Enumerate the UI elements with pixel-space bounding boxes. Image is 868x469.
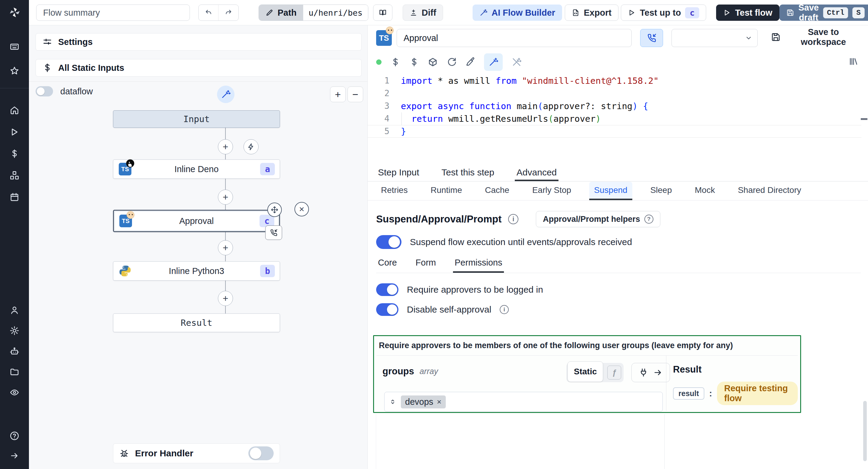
disable-self-approval-toggle[interactable] <box>376 303 398 316</box>
subtab-shared-directory[interactable]: Shared Directory <box>733 182 806 200</box>
test-flow-button[interactable]: Test flow <box>716 4 779 21</box>
docs-book-button[interactable] <box>373 4 393 21</box>
expand-sidebar-icon[interactable] <box>10 451 19 461</box>
error-handler-card[interactable]: Error Handler <box>113 443 280 463</box>
approval-prompt-helpers-button[interactable]: Approval/Prompt helpers ? <box>536 211 660 227</box>
result-value-chip: Require testing flow <box>717 382 798 405</box>
undo-button[interactable] <box>198 5 218 21</box>
insert-step-button[interactable]: + <box>218 240 233 255</box>
step-name-input[interactable] <box>397 29 632 47</box>
tag-select[interactable] <box>672 29 758 47</box>
function-mode-option[interactable]: ƒ <box>607 366 621 379</box>
path-value: u/henri/bes <box>303 5 368 21</box>
help-icon[interactable] <box>10 431 19 441</box>
subtab-sleep[interactable]: Sleep <box>646 182 677 200</box>
subtab-runtime[interactable]: Runtime <box>426 182 467 200</box>
save-icon <box>771 32 781 42</box>
apps-icon[interactable] <box>10 42 19 52</box>
approval-phone-badge-button[interactable] <box>265 225 282 240</box>
suspend-enable-toggle[interactable] <box>376 235 401 249</box>
add-variable-button[interactable] <box>391 57 400 67</box>
variables-icon[interactable] <box>10 149 19 159</box>
plug-icon[interactable] <box>639 368 648 377</box>
schedules-icon[interactable] <box>10 192 19 202</box>
subtab-form[interactable]: Form <box>414 254 438 273</box>
subtab-permissions[interactable]: Permissions <box>453 254 504 273</box>
save-draft-button[interactable]: Save draft Ctrl S <box>779 4 868 21</box>
ai-assist-button[interactable] <box>484 53 503 71</box>
workers-icon[interactable] <box>10 347 19 356</box>
dependencies-button[interactable] <box>428 57 438 67</box>
step-id-badge: a <box>260 163 275 176</box>
zoom-in-button[interactable]: + <box>330 87 346 102</box>
runs-icon[interactable] <box>10 127 19 137</box>
error-handler-toggle[interactable] <box>248 446 274 460</box>
windmill-flow-editor: Path u/henri/bes Diff AI Flow Builder Ex… <box>0 0 868 469</box>
result-node[interactable]: Result <box>113 313 280 332</box>
zoom-out-button[interactable]: − <box>347 87 363 102</box>
suspend-phone-toggle-button[interactable] <box>640 29 663 47</box>
all-static-inputs-card[interactable]: All Static Inputs <box>36 59 362 76</box>
subtab-core[interactable]: Core <box>376 254 399 273</box>
static-mode-option[interactable]: Static <box>567 362 603 382</box>
dataflow-row: dataflow <box>36 86 93 96</box>
export-button[interactable]: Export <box>565 4 618 21</box>
audit-logs-icon[interactable] <box>10 387 19 397</box>
test-up-to-button[interactable]: Test up to c <box>621 4 706 21</box>
reload-button[interactable] <box>447 57 456 67</box>
move-step-button[interactable] <box>267 202 282 217</box>
subtab-suspend[interactable]: Suspend <box>589 182 632 200</box>
ai-graph-wand-button[interactable] <box>217 86 235 103</box>
step-node-approval-selected[interactable]: TS Approval c <box>113 210 280 232</box>
ai-flow-builder-button[interactable]: AI Flow Builder <box>472 4 562 21</box>
folders-icon[interactable] <box>10 367 19 377</box>
panel-scrollbar[interactable] <box>863 401 867 461</box>
groups-box-heading: Require approvers to be members of one o… <box>374 336 800 350</box>
flow-summary-input[interactable] <box>36 4 190 21</box>
subtab-cache[interactable]: Cache <box>480 182 514 200</box>
insert-step-button[interactable]: + <box>218 291 233 306</box>
groups-array-input[interactable]: devops × <box>384 392 663 412</box>
pencil-icon <box>266 9 273 17</box>
insert-step-button[interactable]: + <box>218 190 233 205</box>
input-node[interactable]: Input <box>113 110 280 128</box>
info-icon[interactable]: i <box>500 305 509 314</box>
step-node-inline-python3[interactable]: Inline Python3 b <box>113 261 280 281</box>
settings-gear-icon[interactable] <box>10 326 19 336</box>
resources-icon[interactable] <box>10 170 19 180</box>
dataflow-toggle[interactable] <box>36 86 53 96</box>
redo-button[interactable] <box>218 5 239 21</box>
windmill-logo-icon[interactable] <box>8 5 22 19</box>
delete-step-button[interactable]: × <box>294 202 309 216</box>
flow-settings-card[interactable]: Settings <box>36 33 362 51</box>
favorites-star-icon[interactable] <box>10 66 19 76</box>
tab-test-this-step[interactable]: Test this step <box>440 165 496 181</box>
kbd-s: S <box>852 7 864 19</box>
sort-handle-icon[interactable] <box>389 398 397 406</box>
format-code-button[interactable] <box>465 57 475 67</box>
remove-chip-icon[interactable]: × <box>437 397 441 407</box>
trigger-bolt-button[interactable] <box>244 139 258 154</box>
arrow-right-icon[interactable] <box>653 368 663 377</box>
home-icon[interactable] <box>10 105 19 115</box>
info-icon[interactable]: i <box>508 214 518 224</box>
subtab-retries[interactable]: Retries <box>376 182 412 200</box>
group-chip-label: devops <box>405 397 433 407</box>
save-to-workspace-button[interactable]: Save to workspace <box>764 29 868 45</box>
editor-collapse-library-button[interactable] <box>849 57 858 66</box>
subtab-mock[interactable]: Mock <box>690 182 720 200</box>
add-resource-button[interactable] <box>409 57 419 67</box>
edit-path-button[interactable]: Path <box>259 5 303 21</box>
tab-step-input[interactable]: Step Input <box>376 165 421 181</box>
user-icon[interactable] <box>10 305 19 315</box>
phone-incoming-icon <box>270 229 278 237</box>
insert-step-button[interactable]: + <box>218 139 233 154</box>
diff-button[interactable]: Diff <box>403 4 443 21</box>
subtab-early-stop[interactable]: Early Stop <box>527 182 576 200</box>
tab-advanced[interactable]: Advanced <box>515 165 558 181</box>
require-login-toggle[interactable] <box>376 283 398 296</box>
ai-assist-off-button[interactable] <box>512 57 521 67</box>
code-lines: import * as wmill from "windmill-client@… <box>401 74 659 138</box>
groups-field-cell: groups array Static ƒ devops <box>376 356 666 411</box>
step-node-inline-deno[interactable]: TS Inline Deno a <box>113 159 280 179</box>
